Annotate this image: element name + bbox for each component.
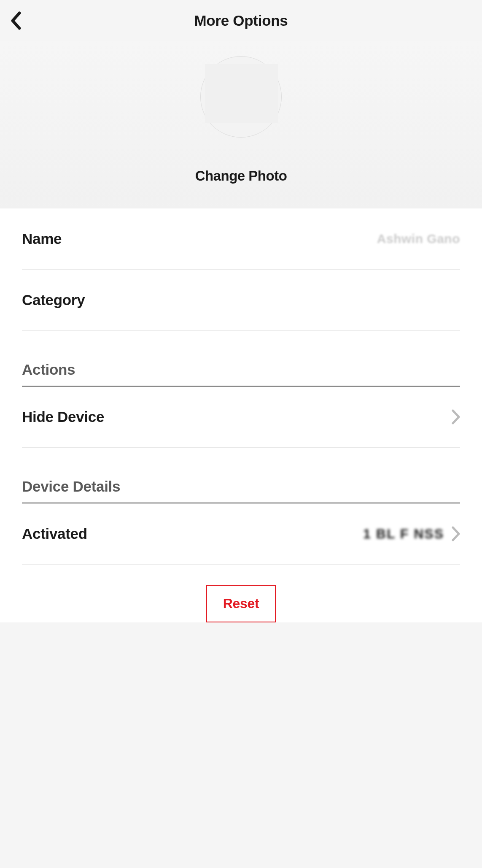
photo-section: Change Photo: [0, 41, 482, 208]
photo-placeholder: [205, 64, 278, 123]
hide-device-row[interactable]: Hide Device: [22, 387, 460, 448]
reset-section: Reset: [22, 565, 460, 622]
name-field-row[interactable]: Name Ashwin Gano: [22, 208, 460, 270]
category-field-row[interactable]: Category: [22, 270, 460, 331]
activated-value: 1 BL F NSS: [363, 526, 444, 542]
activated-row[interactable]: Activated 1 BL F NSS: [22, 503, 460, 565]
activated-label: Activated: [22, 525, 87, 542]
actions-section-header: Actions: [22, 331, 460, 387]
actions-header-text: Actions: [22, 361, 460, 378]
chevron-right-icon: [452, 409, 460, 425]
device-details-section-header: Device Details: [22, 448, 460, 503]
category-label: Category: [22, 292, 85, 308]
name-label: Name: [22, 230, 62, 247]
name-value: Ashwin Gano: [377, 232, 460, 246]
chevron-right-icon: [452, 526, 460, 541]
content-area: Name Ashwin Gano Category Actions Hide D…: [0, 208, 482, 622]
reset-button[interactable]: Reset: [206, 585, 276, 622]
photo-avatar[interactable]: [200, 56, 282, 138]
header-bar: More Options: [0, 0, 482, 41]
change-photo-button[interactable]: Change Photo: [195, 168, 287, 184]
hide-device-label: Hide Device: [22, 408, 104, 425]
back-button[interactable]: [8, 12, 24, 29]
device-details-header-text: Device Details: [22, 478, 460, 495]
page-title: More Options: [0, 12, 482, 29]
activated-right: 1 BL F NSS: [363, 526, 460, 542]
chevron-left-icon: [10, 11, 22, 30]
